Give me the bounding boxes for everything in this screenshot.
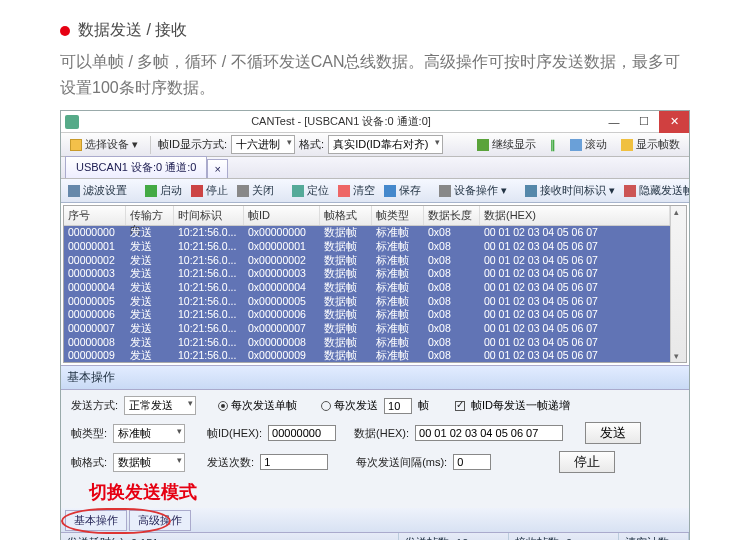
close-channel-button[interactable]: 关闭 [234,182,277,199]
stop-send-button[interactable]: 停止 [559,451,615,473]
list-icon [621,139,633,151]
frame-format-combo[interactable]: 数据帧 [113,453,185,472]
frame-id-input[interactable] [268,425,336,441]
tab-channel-0[interactable]: USBCAN1 设备:0 通道:0 [65,156,207,178]
basic-panel: 发送方式: 正常发送 每次发送单帧 每次发送 帧 帧ID每发送一帧递增 帧类型:… [61,390,689,508]
status-rx-label: 接收帧数: [515,535,562,540]
radio-single-frame[interactable]: 每次发送单帧 [218,398,297,413]
tab-basic-mode[interactable]: 基本操作 [65,510,127,531]
mode-switch-annotation: 切换发送模式 [89,480,197,504]
app-window: CANTest - [USBCAN1 设备:0 通道:0] — ☐ ✕ 选择设备… [60,110,690,540]
gear-icon [439,185,451,197]
save-icon [384,185,396,197]
rx-time-button[interactable]: 接收时间标识 ▾ [522,182,618,199]
frame-type-label: 帧类型: [71,426,107,441]
frame-id-mode-combo[interactable]: 十六进制 [231,135,295,154]
col-id[interactable]: 帧ID [244,206,320,225]
start-icon [145,185,157,197]
device-ops-button[interactable]: 设备操作 ▾ [436,182,510,199]
scroll-icon [570,139,582,151]
send-mode-label: 发送方式: [71,398,118,413]
select-device-button[interactable]: 选择设备 ▾ [65,135,143,154]
bottom-tabs: 基本操作 高级操作 [61,508,689,532]
send-count-input[interactable] [260,454,328,470]
maximize-button[interactable]: ☐ [629,111,659,133]
continue-display-button[interactable]: 继续显示 [472,135,541,154]
channel-toolbar: 滤波设置 启动 停止 关闭 定位 清空 保存 设备操作 ▾ 接收时间标识 ▾ 隐… [61,179,689,203]
col-fmt[interactable]: 帧格式 [320,206,372,225]
vertical-scrollbar[interactable] [670,206,686,362]
data-label: 数据(HEX): [354,426,409,441]
send-interval-input[interactable] [453,454,491,470]
multi-count-input[interactable] [384,398,412,414]
main-toolbar: 选择设备 ▾ 帧ID显示方式: 十六进制 格式: 真实ID(ID靠右对齐) 继续… [61,133,689,157]
locate-icon [292,185,304,197]
clear-button[interactable]: 清空 [335,182,378,199]
bullet-dot-icon [60,26,70,36]
col-len[interactable]: 数据长度 [424,206,480,225]
table-row[interactable]: 00000006发送10:21:56.0...0x00000006数据帧标准帧0… [64,308,670,322]
close-icon [237,185,249,197]
id-increment-checkbox[interactable] [455,401,465,411]
data-input[interactable] [415,425,563,441]
table-row[interactable]: 00000002发送10:21:56.0...0x00000002数据帧标准帧0… [64,254,670,268]
table-row[interactable]: 00000009发送10:21:56.0...0x00000009数据帧标准帧0… [64,349,670,362]
pause-icon: ‖ [550,138,556,151]
folder-icon [70,139,82,151]
col-type[interactable]: 帧类型 [372,206,424,225]
send-mode-combo[interactable]: 正常发送 [124,396,196,415]
locate-button[interactable]: 定位 [289,182,332,199]
status-tx-label: 发送帧数: [405,535,452,540]
show-count-button[interactable]: 显示帧数 [616,135,685,154]
hide-icon [624,185,636,197]
table-row[interactable]: 00000003发送10:21:56.0...0x00000003数据帧标准帧0… [64,267,670,281]
stop-button[interactable]: 停止 [188,182,231,199]
format-combo[interactable]: 真实ID(ID靠右对齐) [328,135,443,154]
pause-button[interactable]: ‖ [545,136,561,153]
format-label: 格式: [299,137,324,152]
table-row[interactable]: 00000004发送10:21:56.0...0x00000004数据帧标准帧0… [64,281,670,295]
send-interval-label: 每次发送间隔(ms): [356,455,447,470]
filter-button[interactable]: 滤波设置 [65,182,130,199]
clear-count-button[interactable]: 清空计数 [619,533,689,540]
tab-advanced-mode[interactable]: 高级操作 [129,510,191,531]
filter-icon [68,185,80,197]
table-row[interactable]: 00000005发送10:21:56.0...0x00000005数据帧标准帧0… [64,295,670,309]
window-title: CANTest - [USBCAN1 设备:0 通道:0] [83,114,599,129]
radio-multi-frame[interactable]: 每次发送 [321,398,378,413]
minimize-button[interactable]: — [599,111,629,133]
grid-header: 序号 传输方向 时间标识 帧ID 帧格式 帧类型 数据长度 数据(HEX) [64,206,670,226]
frame-format-label: 帧格式: [71,455,107,470]
close-button[interactable]: ✕ [659,111,689,133]
titlebar: CANTest - [USBCAN1 设备:0 通道:0] — ☐ ✕ [61,111,689,133]
play-icon [477,139,489,151]
table-row[interactable]: 00000007发送10:21:56.0...0x00000007数据帧标准帧0… [64,322,670,336]
hide-tx-button[interactable]: 隐藏发送帧 [621,182,689,199]
intro-text: 可以单帧 / 多帧，循环 / 不循环发送CAN总线数据。高级操作可按时序发送数据… [60,49,690,100]
app-icon [65,115,79,129]
intro-title: 数据发送 / 接收 [78,20,187,41]
stop-icon [191,185,203,197]
status-bar: 发送耗时(s): 0.151 发送帧数: 10 接收帧数: 0 清空计数 [61,532,689,540]
clock-icon [525,185,537,197]
id-increment-label: 帧ID每发送一帧递增 [471,398,570,413]
col-dir[interactable]: 传输方向 [126,206,174,225]
save-button[interactable]: 保存 [381,182,424,199]
clear-icon [338,185,350,197]
data-grid[interactable]: 序号 传输方向 时间标识 帧ID 帧格式 帧类型 数据长度 数据(HEX) 00… [64,206,670,362]
table-row[interactable]: 00000000发送10:21:56.0...0x00000000数据帧标准帧0… [64,226,670,240]
send-count-label: 发送次数: [207,455,254,470]
send-button[interactable]: 发送 [585,422,641,444]
col-time[interactable]: 时间标识 [174,206,244,225]
tab-close-button[interactable]: × [207,159,227,178]
channel-tabs: USBCAN1 设备:0 通道:0 × [61,157,689,179]
table-row[interactable]: 00000001发送10:21:56.0...0x00000001数据帧标准帧0… [64,240,670,254]
start-button[interactable]: 启动 [142,182,185,199]
col-seq[interactable]: 序号 [64,206,126,225]
radio-icon [321,401,331,411]
table-row[interactable]: 00000008发送10:21:56.0...0x00000008数据帧标准帧0… [64,336,670,350]
scroll-button[interactable]: 滚动 [565,135,612,154]
frame-type-combo[interactable]: 标准帧 [113,424,185,443]
radio-icon [218,401,228,411]
col-data[interactable]: 数据(HEX) [480,206,670,225]
